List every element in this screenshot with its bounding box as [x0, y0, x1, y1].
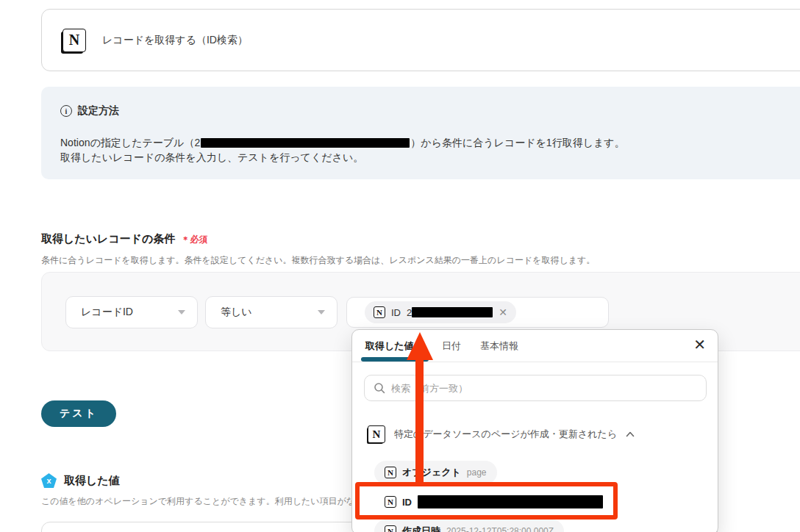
info-description: Notionの指定したテーブル（2）から条件に合うレコードを1行取得します。 取…	[60, 135, 800, 165]
info-line2: 取得したいレコードの条件を入力し、テストを行ってください。	[60, 151, 363, 163]
tab-retrieved-values[interactable]: 取得した値	[365, 339, 414, 353]
notion-icon: N	[385, 467, 396, 478]
info-line1-before: Notionの指定したテーブル（2	[60, 137, 200, 148]
chip-value-prefix: 2	[407, 307, 412, 318]
result-heading-label: 取得した値	[64, 474, 120, 488]
notion-icon: N	[385, 496, 396, 508]
tab-basic-info[interactable]: 基本情報	[480, 339, 518, 353]
field-select-value: レコードID	[81, 306, 133, 319]
item-value: 2025-12-12T05:28:00.000Z	[446, 526, 554, 532]
condition-heading-label: 取得したいレコードの条件	[41, 232, 175, 246]
notion-icon: N	[368, 425, 385, 443]
result-description: この値を他のオペレーションで利用することができます。利用したい項目がない場合は、	[41, 495, 400, 508]
info-line1-after: ）から条件に合うレコードを1行取得します。	[410, 137, 624, 148]
item-value: page	[467, 467, 487, 478]
close-icon[interactable]: ✕	[693, 337, 706, 352]
tab-divider	[352, 362, 718, 362]
condition-description: 条件に合うレコードを取得します。条件を設定してください。複数行合致する場合は、レ…	[41, 254, 595, 267]
popup-search-box[interactable]	[364, 375, 707, 401]
condition-value-input[interactable]: N ID 2 ✕	[346, 297, 609, 328]
field-select[interactable]: レコードID	[65, 296, 198, 328]
operation-header-card: N レコードを取得する（ID検索）	[41, 9, 800, 71]
search-icon	[374, 382, 385, 394]
item-label: 作成日時	[402, 525, 440, 532]
info-title-row: i 設定方法	[60, 104, 800, 118]
notion-icon: N	[374, 306, 385, 318]
chevron-up-icon[interactable]	[626, 431, 635, 437]
list-item-created-at[interactable]: N 作成日時 2025-12-12T05:28:00.000Z	[374, 520, 564, 532]
tab-date[interactable]: 日付	[442, 339, 461, 353]
info-title: 設定方法	[78, 104, 119, 118]
operation-title: レコードを取得する（ID検索）	[102, 34, 248, 47]
operator-select-value: 等しい	[221, 306, 252, 319]
trigger-group-label: 特定のデータソースのページが作成・更新されたら	[394, 428, 617, 441]
value-picker-popup: 取得した値 日付 基本情報 ✕ N 特定のデータソースのページが作成・更新された…	[351, 329, 718, 532]
redacted-chip-value	[412, 307, 493, 317]
popup-tab-bar: 取得した値 日付 基本情報	[352, 339, 718, 357]
notion-logo-icon: N	[63, 29, 86, 52]
setup-info-box: i 設定方法 Notionの指定したテーブル（2）から条件に合うレコードを1行取…	[41, 87, 800, 179]
chevron-down-icon	[178, 310, 185, 314]
result-section-heading: x 取得した値	[41, 473, 120, 488]
retrieved-value-badge-icon: x	[41, 473, 57, 488]
search-input[interactable]	[391, 383, 697, 394]
required-badge: ＊必須	[181, 234, 207, 246]
trigger-group-header[interactable]: N 特定のデータソースのページが作成・更新されたら	[368, 425, 635, 443]
item-label: オブジェクト	[402, 466, 461, 479]
redacted-id-value	[418, 495, 603, 508]
notion-icon: N	[385, 525, 396, 532]
info-icon: i	[60, 105, 72, 117]
item-label: ID	[402, 497, 412, 508]
test-button[interactable]: テスト	[41, 400, 116, 427]
list-item-object[interactable]: N オブジェクト page	[374, 461, 497, 484]
list-item-id[interactable]: N ID	[374, 489, 613, 515]
condition-section-heading: 取得したいレコードの条件 ＊必須	[41, 232, 207, 246]
operator-select[interactable]: 等しい	[205, 296, 338, 328]
chip-remove-icon[interactable]: ✕	[499, 307, 507, 317]
redacted-table-name	[201, 138, 410, 148]
chip-label: ID	[391, 307, 401, 318]
value-chip[interactable]: N ID 2 ✕	[365, 301, 516, 323]
chevron-down-icon	[318, 310, 325, 314]
